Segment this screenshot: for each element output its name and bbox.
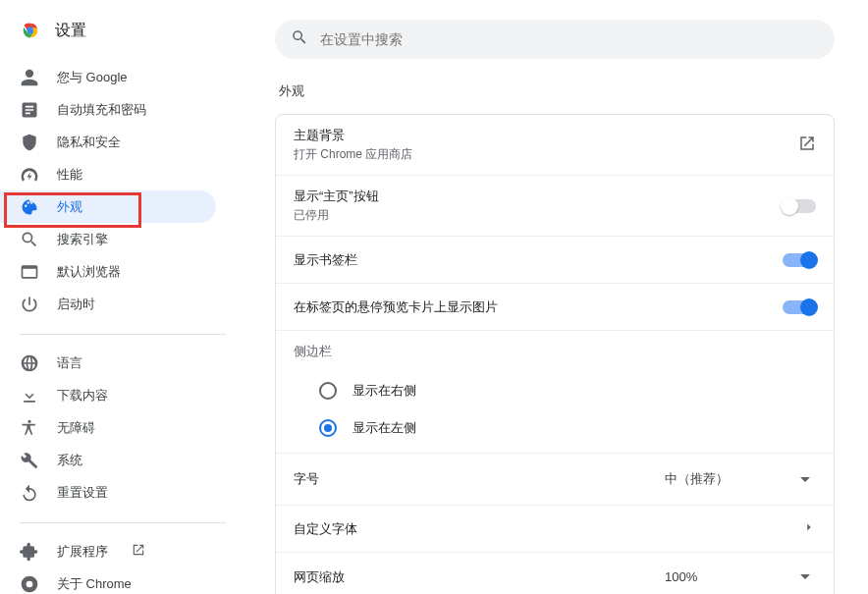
toggle-hover-card-images[interactable] [783,300,816,314]
nav-separator [20,334,226,335]
sidebar-item-you-and-google[interactable]: 您与 Google [0,61,216,93]
toggle-bookmarks-bar[interactable] [783,253,816,267]
sidebar-header: 设置 [0,20,245,57]
row-label: 自定义字体 [294,520,357,538]
row-label: 网页缩放 [294,568,345,586]
open-external-icon [132,543,145,561]
row-font-size: 字号 中（推荐） [276,453,834,505]
section-title: 外观 [275,82,848,100]
sidebar-item-about[interactable]: 关于 Chrome [0,567,216,594]
row-theme[interactable]: 主题背景 打开 Chrome 应用商店 [276,115,834,175]
row-home-button: 显示“主页”按钮 已停用 [276,175,834,236]
row-custom-fonts[interactable]: 自定义字体 [276,505,834,552]
shield-icon [20,133,39,152]
radio-side-panel-left[interactable]: 显示在左侧 [294,409,816,447]
sidebar-item-label: 您与 Google [57,69,128,86]
sidebar-item-label: 性能 [57,166,82,184]
svg-point-2 [27,580,33,587]
download-icon [20,386,39,405]
open-external-icon [798,135,816,156]
subsection-side-panel: 侧边栏 显示在右侧 显示在左侧 [276,330,834,453]
sidebar-item-label: 默认浏览器 [57,263,121,281]
sidebar-item-label: 无障碍 [57,419,95,437]
radio-icon [319,419,337,437]
subsection-title: 侧边栏 [294,343,816,360]
row-label: 显示“主页”按钮 [294,188,379,205]
power-icon [20,295,39,314]
sidebar-item-label: 自动填充和密码 [57,101,146,119]
sidebar-item-downloads[interactable]: 下载内容 [0,379,216,411]
chrome-icon [20,574,39,594]
radio-side-panel-right[interactable]: 显示在右侧 [294,372,816,409]
radio-icon [319,382,337,400]
sidebar-item-startup[interactable]: 启动时 [0,288,216,320]
chevron-right-icon [802,520,816,538]
autofill-icon [20,100,39,120]
row-hover-card-images: 在标签页的悬停预览卡片上显示图片 [276,283,834,330]
reset-icon [20,483,39,503]
sidebar-item-appearance[interactable]: 外观 [0,190,216,223]
nav-separator [20,522,226,523]
sidebar-item-reset[interactable]: 重置设置 [0,476,216,509]
dropdown-triangle-icon [800,477,810,482]
person-icon [20,68,39,87]
select-value: 100% [665,569,697,584]
sidebar-item-label: 启动时 [57,296,95,313]
toggle-home-button[interactable] [783,199,816,213]
sidebar-item-privacy[interactable]: 隐私和安全 [0,126,216,158]
sidebar-item-label: 下载内容 [57,387,108,405]
sidebar-item-default-browser[interactable]: 默认浏览器 [0,255,216,288]
speed-icon [20,165,39,185]
sidebar-item-extensions[interactable]: 扩展程序 [0,535,216,567]
row-label: 主题背景 [294,127,412,144]
row-label: 显示书签栏 [294,251,357,269]
search-input[interactable] [320,31,819,47]
select-page-zoom[interactable]: 100% [659,565,816,589]
sidebar-item-label: 扩展程序 [57,543,108,561]
appearance-card: 主题背景 打开 Chrome 应用商店 显示“主页”按钮 已停用 显示书签栏 在… [275,114,835,594]
page-title: 设置 [55,21,86,41]
dropdown-triangle-icon [800,574,810,579]
select-value: 中（推荐） [665,470,729,488]
sidebar-item-label: 关于 Chrome [57,575,132,593]
sidebar-item-autofill[interactable]: 自动填充和密码 [0,93,216,126]
sidebar-item-label: 系统 [57,452,82,469]
sidebar-item-label: 搜索引擎 [57,231,108,248]
search-box[interactable] [275,20,835,59]
sidebar-item-label: 隐私和安全 [57,134,121,151]
sidebar-item-label: 重置设置 [57,484,108,502]
sidebar-item-accessibility[interactable]: 无障碍 [0,411,216,444]
sidebar-item-language[interactable]: 语言 [0,347,216,379]
chrome-logo-icon [20,20,41,41]
browser-icon [20,262,39,282]
row-sublabel: 已停用 [294,207,379,224]
palette-icon [20,197,39,217]
accessibility-icon [20,418,39,438]
row-sublabel: 打开 Chrome 应用商店 [294,146,412,163]
search-icon [20,230,39,249]
select-font-size[interactable]: 中（推荐） [659,465,816,493]
extension-icon [20,542,39,562]
row-page-zoom: 网页缩放 100% [276,552,834,594]
sidebar-item-label: 外观 [57,198,82,216]
search-icon [291,28,308,50]
wrench-icon [20,451,39,470]
sidebar-item-search-engine[interactable]: 搜索引擎 [0,223,216,255]
row-label: 字号 [294,470,319,488]
radio-label: 显示在右侧 [353,382,416,400]
row-label: 在标签页的悬停预览卡片上显示图片 [294,298,498,316]
sidebar-item-label: 语言 [57,354,82,372]
sidebar-item-system[interactable]: 系统 [0,444,216,476]
radio-label: 显示在左侧 [353,419,416,437]
globe-icon [20,353,39,373]
sidebar-item-performance[interactable]: 性能 [0,158,216,190]
row-bookmarks-bar: 显示书签栏 [276,236,834,283]
